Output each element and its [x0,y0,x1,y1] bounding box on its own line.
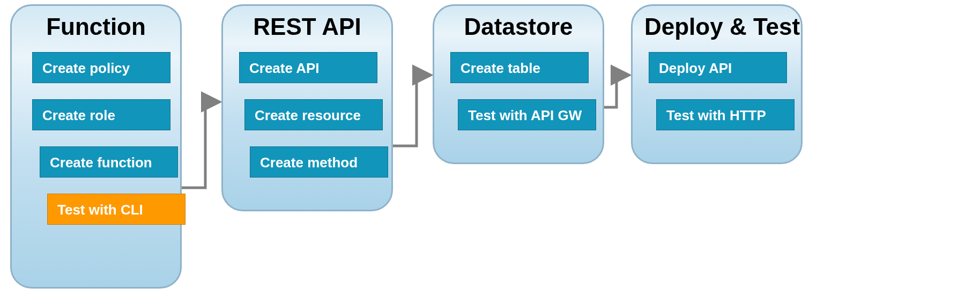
step-test-with-cli: Test with CLI [47,194,185,225]
panel-title-rest-api: REST API [235,13,380,40]
step-create-policy: Create policy [32,52,170,83]
panel-title-deploy-test: Deploy & Test [644,13,789,40]
step-create-table: Create table [450,52,589,83]
diagram-canvas: Function Create policy Create role Creat… [0,0,980,295]
panel-title-function: Function [24,13,168,40]
panel-datastore: Datastore Create table Test with API GW [433,4,604,164]
step-create-api: Create API [239,52,377,83]
panel-title-datastore: Datastore [446,13,591,40]
panel-function: Function Create policy Create role Creat… [10,4,182,289]
step-create-resource: Create resource [244,99,383,130]
step-deploy-api: Deploy API [649,52,787,83]
step-create-role: Create role [32,99,170,130]
step-create-method: Create method [250,146,388,178]
step-test-with-api-gw: Test with API GW [458,99,596,130]
panel-deploy-test: Deploy & Test Deploy API Test with HTTP [631,4,803,164]
step-create-function: Create function [40,146,178,178]
step-test-with-http: Test with HTTP [656,99,795,130]
panel-rest-api: REST API Create API Create resource Crea… [221,4,393,211]
